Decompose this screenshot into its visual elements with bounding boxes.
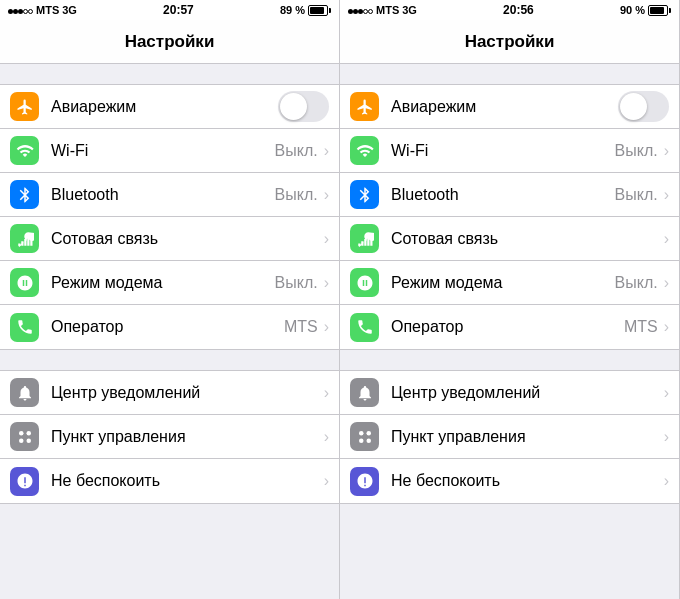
battery-icon xyxy=(648,5,671,16)
cellular-label: Сотовая связь xyxy=(391,230,662,248)
svg-point-8 xyxy=(26,438,31,443)
hotspot-label: Режим модема xyxy=(391,274,615,292)
svg-rect-1 xyxy=(21,241,23,246)
control-label: Пункт управления xyxy=(391,428,662,446)
status-bar: MTS 3G 20:56 90 % xyxy=(340,0,679,20)
dnd-icon xyxy=(350,467,379,496)
nav-title: Настройки xyxy=(125,32,215,52)
hotspot-value: Выкл. xyxy=(615,274,658,292)
dnd-icon xyxy=(10,467,39,496)
notif-icon xyxy=(350,378,379,407)
airplane-label: Авиарежим xyxy=(391,98,618,116)
section-0: АвиарежимWi-FiВыкл.›BluetoothВыкл.›Сотов… xyxy=(0,84,339,350)
notif-icon xyxy=(10,378,39,407)
settings-row-operator[interactable]: ОператорMTS› xyxy=(340,305,679,349)
operator-label: Оператор xyxy=(51,318,284,336)
operator-value: MTS xyxy=(284,318,318,336)
signal-dots xyxy=(8,4,33,16)
settings-row-airplane[interactable]: Авиарежим xyxy=(340,85,679,129)
dnd-label: Не беспокоить xyxy=(391,472,662,490)
cellular-icon xyxy=(350,224,379,253)
section-1: Центр уведомлений›Пункт управления›Не бе… xyxy=(340,370,679,504)
status-right: 89 % xyxy=(280,4,331,16)
control-icon xyxy=(10,422,39,451)
bluetooth-label: Bluetooth xyxy=(51,186,275,204)
svg-point-17 xyxy=(366,438,371,443)
phone-panel-right: MTS 3G 20:56 90 % НастройкиАвиарежимWi-F… xyxy=(340,0,680,599)
settings-row-hotspot[interactable]: Режим модемаВыкл.› xyxy=(340,261,679,305)
battery-percent: 90 % xyxy=(620,4,645,16)
cellular-label: Сотовая связь xyxy=(51,230,322,248)
operator-value: MTS xyxy=(624,318,658,336)
settings-row-airplane[interactable]: Авиарежим xyxy=(0,85,339,129)
svg-rect-2 xyxy=(24,239,26,246)
svg-point-15 xyxy=(366,431,371,436)
svg-point-7 xyxy=(19,438,24,443)
time-label: 20:57 xyxy=(163,3,194,17)
settings-row-cellular[interactable]: Сотовая связь› xyxy=(0,217,339,261)
notif-label: Центр уведомлений xyxy=(391,384,662,402)
phone-panel-left: MTS 3G 20:57 89 % НастройкиАвиарежимWi-F… xyxy=(0,0,340,599)
wifi-label: Wi-Fi xyxy=(51,142,275,160)
svg-rect-10 xyxy=(361,241,363,246)
carrier-label: MTS xyxy=(36,4,59,16)
svg-rect-13 xyxy=(370,234,372,245)
modem-icon xyxy=(350,268,379,297)
status-right: 90 % xyxy=(620,4,671,16)
bluetooth-icon xyxy=(350,180,379,209)
airplane-toggle[interactable] xyxy=(618,91,669,122)
signal-dots xyxy=(348,4,373,16)
wifi-icon xyxy=(10,136,39,165)
airplane-icon xyxy=(350,92,379,121)
modem-icon xyxy=(10,268,39,297)
section-0: АвиарежимWi-FiВыкл.›BluetoothВыкл.›Сотов… xyxy=(340,84,679,350)
chevron-right-icon: › xyxy=(324,274,329,292)
chevron-right-icon: › xyxy=(324,472,329,490)
wifi-value: Выкл. xyxy=(275,142,318,160)
settings-row-operator[interactable]: ОператорMTS› xyxy=(0,305,339,349)
settings-row-bluetooth[interactable]: BluetoothВыкл.› xyxy=(0,173,339,217)
chevron-right-icon: › xyxy=(664,318,669,336)
operator-label: Оператор xyxy=(391,318,624,336)
control-label: Пункт управления xyxy=(51,428,322,446)
settings-row-notif[interactable]: Центр уведомлений› xyxy=(340,371,679,415)
cellular-icon xyxy=(10,224,39,253)
settings-row-wifi[interactable]: Wi-FiВыкл.› xyxy=(340,129,679,173)
bluetooth-label: Bluetooth xyxy=(391,186,615,204)
chevron-right-icon: › xyxy=(664,142,669,160)
battery-percent: 89 % xyxy=(280,4,305,16)
svg-point-14 xyxy=(359,431,364,436)
settings-row-dnd[interactable]: Не беспокоить› xyxy=(0,459,339,503)
bluetooth-value: Выкл. xyxy=(275,186,318,204)
svg-point-16 xyxy=(359,438,364,443)
control-icon xyxy=(350,422,379,451)
settings-row-bluetooth[interactable]: BluetoothВыкл.› xyxy=(340,173,679,217)
settings-row-dnd[interactable]: Не беспокоить› xyxy=(340,459,679,503)
notif-label: Центр уведомлений xyxy=(51,384,322,402)
chevron-right-icon: › xyxy=(664,384,669,402)
chevron-right-icon: › xyxy=(324,230,329,248)
bluetooth-value: Выкл. xyxy=(615,186,658,204)
svg-rect-0 xyxy=(18,243,20,245)
phone-icon xyxy=(10,313,39,342)
hotspot-value: Выкл. xyxy=(275,274,318,292)
chevron-right-icon: › xyxy=(664,472,669,490)
status-left: MTS 3G xyxy=(348,4,417,16)
settings-row-control[interactable]: Пункт управления› xyxy=(0,415,339,459)
network-label: 3G xyxy=(402,4,417,16)
settings-row-notif[interactable]: Центр уведомлений› xyxy=(0,371,339,415)
network-label: 3G xyxy=(62,4,77,16)
chevron-right-icon: › xyxy=(664,186,669,204)
chevron-right-icon: › xyxy=(324,428,329,446)
svg-rect-12 xyxy=(367,236,369,245)
settings-row-control[interactable]: Пункт управления› xyxy=(340,415,679,459)
time-label: 20:56 xyxy=(503,3,534,17)
nav-bar: Настройки xyxy=(340,20,679,64)
airplane-icon xyxy=(10,92,39,121)
settings-row-wifi[interactable]: Wi-FiВыкл.› xyxy=(0,129,339,173)
wifi-label: Wi-Fi xyxy=(391,142,615,160)
airplane-toggle[interactable] xyxy=(278,91,329,122)
settings-row-cellular[interactable]: Сотовая связь› xyxy=(340,217,679,261)
settings-row-hotspot[interactable]: Режим модемаВыкл.› xyxy=(0,261,339,305)
bluetooth-icon xyxy=(10,180,39,209)
